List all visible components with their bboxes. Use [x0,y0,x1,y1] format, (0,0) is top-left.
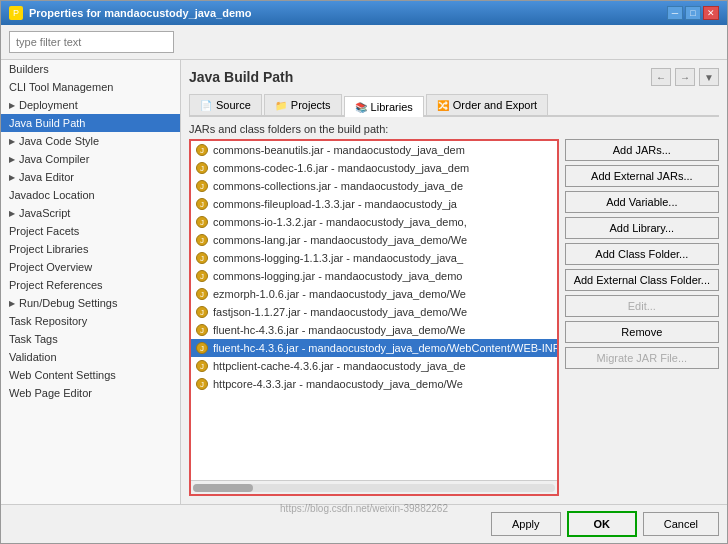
jars-section: Jcommons-beanutils.jar - mandaocustody_j… [189,139,719,496]
close-button[interactable]: ✕ [703,6,719,20]
jar-item[interactable]: Jcommons-logging.jar - mandaocustody_jav… [191,267,557,285]
jar-icon: J [196,144,208,156]
add-jars-button[interactable]: Add JARs... [565,139,719,161]
add-library-button[interactable]: Add Library... [565,217,719,239]
jars-list-container: Jcommons-beanutils.jar - mandaocustody_j… [189,139,559,496]
add-external-class-folder-button[interactable]: Add External Class Folder... [565,269,719,291]
panel-title-text: Java Build Path [189,69,293,85]
jar-item[interactable]: Jcommons-io-1.3.2.jar - mandaocustody_ja… [191,213,557,231]
jar-icon: J [196,360,208,372]
title-bar: P Properties for mandaocustody_java_demo… [1,1,727,25]
jar-icon: J [196,234,208,246]
jar-icon: J [196,270,208,282]
jar-icon: J [196,378,208,390]
tab-order-export[interactable]: 🔀Order and Export [426,94,548,115]
sidebar-item-javadoc-location[interactable]: Javadoc Location [1,186,180,204]
jars-list[interactable]: Jcommons-beanutils.jar - mandaocustody_j… [191,141,557,480]
jar-item[interactable]: Jcommons-codec-1.6.jar - mandaocustody_j… [191,159,557,177]
jar-icon: J [196,252,208,264]
sidebar-item-project-libraries[interactable]: Project Libraries [1,240,180,258]
sidebar-item-java-compiler[interactable]: Java Compiler [1,150,180,168]
window-icon: P [9,6,23,20]
sidebar-item-run-debug-settings[interactable]: Run/Debug Settings [1,294,180,312]
content-area: BuildersCLI Tool ManagemenDeploymentJava… [1,25,727,543]
sidebar: BuildersCLI Tool ManagemenDeploymentJava… [1,60,181,504]
search-input[interactable] [9,31,174,53]
jar-icon: J [196,198,208,210]
sidebar-item-javascript[interactable]: JavaScript [1,204,180,222]
jar-icon: J [196,162,208,174]
sidebar-item-java-build-path[interactable]: Java Build Path [1,114,180,132]
jar-icon: J [196,216,208,228]
jar-item[interactable]: Jhttpcore-4.3.3.jar - mandaocustody_java… [191,375,557,393]
minimize-button[interactable]: ─ [667,6,683,20]
jar-item[interactable]: Jcommons-fileupload-1.3.3.jar - mandaocu… [191,195,557,213]
search-bar [1,25,727,60]
bottom-bar: Apply OK Cancel [1,504,727,543]
cancel-button[interactable]: Cancel [643,512,719,536]
right-panel: Java Build Path ← → ▼ 📄Source📁Projects📚L… [181,60,727,504]
source-tab-icon: 📄 [200,100,212,111]
jar-icon: J [196,180,208,192]
add-variable-button[interactable]: Add Variable... [565,191,719,213]
sidebar-item-cli-tool[interactable]: CLI Tool Managemen [1,78,180,96]
jar-item[interactable]: Jcommons-collections.jar - mandaocustody… [191,177,557,195]
jar-icon: J [196,288,208,300]
nav-forward-button[interactable]: → [675,68,695,86]
action-buttons-panel: Add JARs... Add External JARs... Add Var… [565,139,719,496]
horizontal-scrollbar[interactable] [191,480,557,494]
add-external-jars-button[interactable]: Add External JARs... [565,165,719,187]
libraries-tab-icon: 📚 [355,102,367,113]
jars-label: JARs and class folders on the build path… [189,123,719,135]
sidebar-item-builders[interactable]: Builders [1,60,180,78]
add-class-folder-button[interactable]: Add Class Folder... [565,243,719,265]
sidebar-item-web-content-settings[interactable]: Web Content Settings [1,366,180,384]
tabs-bar: 📄Source📁Projects📚Libraries🔀Order and Exp… [189,94,719,117]
sidebar-item-validation[interactable]: Validation [1,348,180,366]
sidebar-item-project-references[interactable]: Project References [1,276,180,294]
window-controls: ─ □ ✕ [667,6,719,20]
sidebar-item-java-code-style[interactable]: Java Code Style [1,132,180,150]
order-export-tab-icon: 🔀 [437,100,449,111]
main-split: BuildersCLI Tool ManagemenDeploymentJava… [1,60,727,504]
remove-button[interactable]: Remove [565,321,719,343]
migrate-jar-file-button[interactable]: Migrate JAR File... [565,347,719,369]
tab-projects[interactable]: 📁Projects [264,94,342,115]
jar-item[interactable]: Jfluent-hc-4.3.6.jar - mandaocustody_jav… [191,339,557,357]
jar-icon: J [196,324,208,336]
jar-icon: J [196,306,208,318]
jar-item[interactable]: Jhttpclient-cache-4.3.6.jar - mandaocust… [191,357,557,375]
sidebar-item-web-page-editor[interactable]: Web Page Editor [1,384,180,402]
ok-button[interactable]: OK [567,511,637,537]
jar-item[interactable]: Jfluent-hc-4.3.6.jar - mandaocustody_jav… [191,321,557,339]
sidebar-item-task-repository[interactable]: Task Repository [1,312,180,330]
jar-item[interactable]: Jcommons-logging-1.1.3.jar - mandaocusto… [191,249,557,267]
panel-title-row: Java Build Path ← → ▼ [189,68,719,86]
window-title: Properties for mandaocustody_java_demo [29,7,252,19]
tab-source[interactable]: 📄Source [189,94,262,115]
sidebar-item-project-overview[interactable]: Project Overview [1,258,180,276]
nav-dropdown-button[interactable]: ▼ [699,68,719,86]
sidebar-item-project-facets[interactable]: Project Facets [1,222,180,240]
sidebar-item-task-tags[interactable]: Task Tags [1,330,180,348]
jar-item[interactable]: Jcommons-lang.jar - mandaocustody_java_d… [191,231,557,249]
tab-libraries[interactable]: 📚Libraries [344,96,424,117]
jar-item[interactable]: Jezmorph-1.0.6.jar - mandaocustody_java_… [191,285,557,303]
apply-button[interactable]: Apply [491,512,561,536]
edit-button[interactable]: Edit... [565,295,719,317]
sidebar-item-deployment[interactable]: Deployment [1,96,180,114]
projects-tab-icon: 📁 [275,100,287,111]
nav-back-button[interactable]: ← [651,68,671,86]
jar-icon: J [196,342,208,354]
maximize-button[interactable]: □ [685,6,701,20]
sidebar-item-java-editor[interactable]: Java Editor [1,168,180,186]
properties-window: P Properties for mandaocustody_java_demo… [0,0,728,544]
jar-item[interactable]: Jfastjson-1.1.27.jar - mandaocustody_jav… [191,303,557,321]
jar-item[interactable]: Jcommons-beanutils.jar - mandaocustody_j… [191,141,557,159]
